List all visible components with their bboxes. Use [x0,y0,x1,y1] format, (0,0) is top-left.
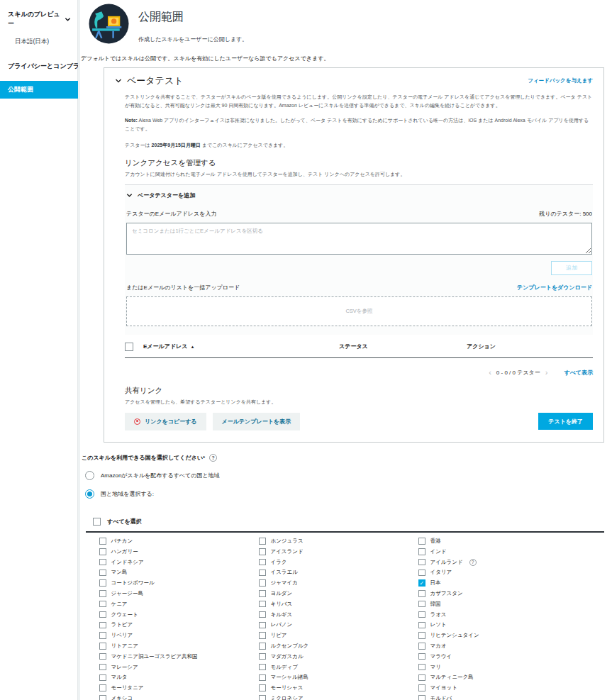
country-checkbox-item[interactable]: マラウイ [418,651,578,662]
checkbox-icon[interactable] [418,684,425,691]
checkbox-icon[interactable] [418,590,425,597]
checkbox-icon[interactable] [418,538,425,545]
checkbox-icon[interactable] [259,579,266,587]
checkbox-icon[interactable] [418,632,425,639]
checkbox-icon[interactable] [259,674,266,682]
checkbox-icon[interactable] [99,538,106,545]
checkbox-icon[interactable] [418,611,425,618]
checkbox-icon[interactable] [99,570,106,577]
country-checkbox-item[interactable]: レバノン [259,620,418,630]
checkbox-icon[interactable] [418,664,425,671]
checkbox-icon[interactable] [418,570,425,577]
checkbox-icon[interactable] [418,559,425,566]
add-button[interactable]: 追加 [551,261,592,275]
country-checkbox-item[interactable]: バチカン [99,536,259,547]
country-checkbox-item[interactable]: マーシャル諸島 [259,672,418,683]
country-checkbox-item[interactable]: クウェート [99,609,259,620]
country-checkbox-item[interactable]: ラオス [418,609,578,620]
country-checkbox-item[interactable]: マレーシア [99,662,259,672]
radio-all-countries[interactable]: Amazonがスキルを配布するすべての国と地域 [85,471,612,480]
country-checkbox-item[interactable]: カザフスタン [418,589,578,599]
country-checkbox-item[interactable]: ラトビア [99,620,259,630]
copy-link-button[interactable]: リンクをコピーする [125,413,206,430]
country-checkbox-item[interactable]: マイヨット [418,683,578,694]
country-checkbox-item[interactable]: 韓国 [418,599,578,609]
csv-upload-dropzone[interactable]: CSVを参照 [126,296,592,326]
previous-page-icon[interactable]: ‹ [489,369,491,377]
country-checkbox-item[interactable]: マルティニーク島 [418,672,578,683]
country-checkbox-item[interactable]: インド [418,546,578,557]
checkbox-icon[interactable] [418,548,425,555]
country-checkbox-item[interactable]: ホンジュラス [259,536,418,547]
country-checkbox-item[interactable]: ケニア [99,599,259,609]
add-beta-testers-header[interactable]: ベータテスターを追加 [126,191,592,199]
download-template-link[interactable]: テンプレートをダウンロード [517,284,592,291]
country-checkbox-item[interactable]: マン島 [99,567,259,578]
country-checkbox-item[interactable]: ジャマイカ [259,578,418,589]
checkbox-icon[interactable] [99,559,106,566]
checkbox-icon[interactable] [99,695,106,700]
checkbox-icon[interactable] [259,643,266,650]
country-checkbox-item[interactable]: インドネシア [99,557,259,567]
end-test-button[interactable]: テストを終了 [538,413,593,430]
country-checkbox-item[interactable]: モルドバ [418,694,578,700]
radio-select-countries[interactable]: 国と地域を選択する: [85,489,612,499]
checkbox-icon[interactable] [99,684,106,691]
radio-selected-icon[interactable] [85,489,94,499]
country-checkbox-item[interactable]: マダガスカル [259,651,418,662]
country-checkbox-item[interactable]: ヨルダン [259,589,418,599]
checkbox-icon[interactable] [99,653,106,660]
show-all-link[interactable]: すべて表示 [564,369,593,377]
show-email-template-button[interactable]: メールテンプレートを表示 [213,413,301,430]
checkbox-icon[interactable] [99,548,106,555]
checkbox-icon[interactable] [259,538,266,545]
checkbox-icon[interactable] [259,548,266,555]
checkbox-icon[interactable] [99,622,106,629]
checkbox-icon[interactable] [418,674,425,682]
country-checkbox-item[interactable]: イタリア [418,567,578,578]
checkbox-icon[interactable] [99,590,106,597]
country-checkbox-item[interactable]: マルタ [99,672,259,683]
country-checkbox-item[interactable]: キルギス [259,609,418,620]
country-checkbox-item[interactable]: リベリア [99,630,259,641]
help-icon[interactable]: ? [469,559,477,566]
country-checkbox-item[interactable]: マリ [418,662,578,672]
country-checkbox-item[interactable]: ミクロネシア [259,694,418,700]
checkbox-icon[interactable] [93,518,101,526]
country-checkbox-item[interactable]: モルディブ [259,662,418,672]
checkbox-checked-icon[interactable]: ✓ [418,579,425,587]
country-checkbox-item[interactable]: イラク [259,557,418,567]
country-checkbox-item[interactable]: マケドニア旧ユーゴスラビア共和国 [99,651,259,662]
checkbox-icon[interactable] [259,664,266,671]
country-checkbox-item[interactable]: ハンガリー [99,546,259,557]
country-checkbox-item[interactable]: アイルランド? [418,557,578,567]
csv-browse-label[interactable]: CSVを参照 [345,308,372,315]
checkbox-icon[interactable] [99,643,106,650]
checkbox-icon[interactable] [259,590,266,597]
chevron-down-icon[interactable] [115,77,122,84]
checkbox-icon[interactable] [259,622,266,629]
checkbox-icon[interactable] [418,643,425,650]
checkbox-icon[interactable] [259,559,266,566]
country-checkbox-item[interactable]: イスラエル [259,567,418,578]
checkbox-icon[interactable] [259,632,266,639]
checkbox-icon[interactable] [418,653,425,660]
country-checkbox-item[interactable]: アイスランド [259,546,418,557]
country-checkbox-item[interactable]: ジャージー島 [99,589,259,599]
checkbox-icon[interactable] [259,653,266,660]
country-checkbox-item[interactable]: 香港 [418,536,578,547]
select-all-countries[interactable]: すべてを選択 [93,518,612,526]
checkbox-icon[interactable] [418,622,425,629]
country-checkbox-item[interactable]: キリバス [259,599,418,609]
country-checkbox-item[interactable]: モーリタニア [99,683,259,694]
checkbox-icon[interactable] [99,611,106,618]
checkbox-icon[interactable] [259,601,266,608]
sort-ascending-icon[interactable]: ▲ [190,345,194,349]
sidebar-item-privacy-compliance[interactable]: プライバシーとコンプライ... [0,59,78,74]
checkbox-icon[interactable] [259,695,266,700]
checkbox-icon[interactable] [259,684,266,691]
help-icon[interactable]: ? [209,454,217,462]
country-checkbox-item[interactable]: ✓日本 [418,578,578,589]
checkbox-icon[interactable] [99,579,106,587]
checkbox-icon[interactable] [99,632,106,639]
